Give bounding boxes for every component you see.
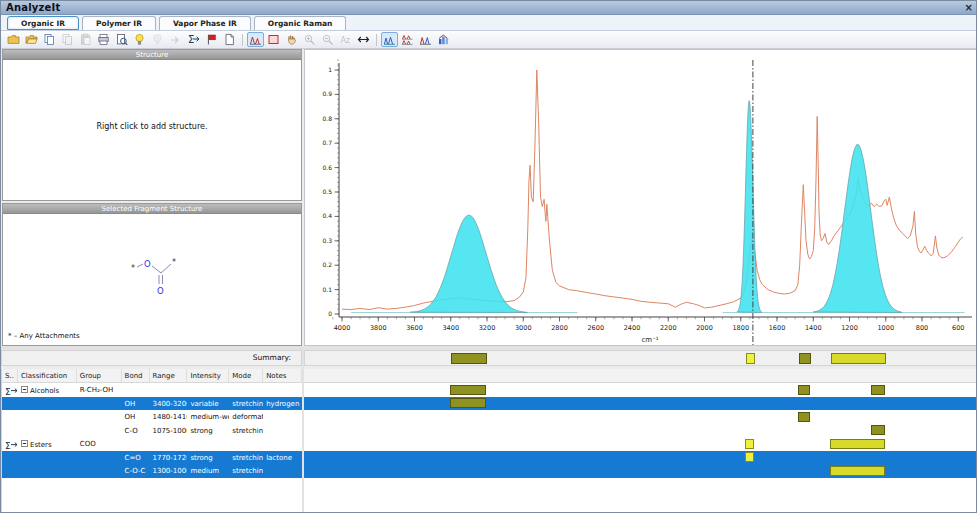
peak-picking-icon[interactable] <box>247 32 264 47</box>
marker-lane[interactable] <box>304 397 977 411</box>
bond-row-c-o[interactable]: C-O1075-1000strongstretching <box>2 424 302 438</box>
bond-row-oh[interactable]: OH3400-3200variablestretchinghydrogen <box>2 397 302 411</box>
table-cell <box>229 437 263 451</box>
tab-organic-ir[interactable]: Organic IR <box>7 16 79 30</box>
svg-text:2600: 2600 <box>587 324 604 332</box>
split-spectra-icon[interactable] <box>417 32 434 47</box>
bond-row-c-o-c[interactable]: C-O-C1300-1000mediumstretching <box>2 464 302 478</box>
table-cell: OH <box>122 397 150 411</box>
sum-groups-icon[interactable]: Σ <box>185 32 202 47</box>
column-header-bond[interactable]: Bond <box>122 369 150 382</box>
classification-label: Alcohols <box>30 387 59 395</box>
svg-text:3000: 3000 <box>515 324 532 332</box>
x-axis-label: cm⁻¹ <box>642 336 659 344</box>
table-cell <box>150 437 188 451</box>
column-header-notes[interactable]: Notes <box>263 369 302 382</box>
collapse-icon[interactable] <box>21 441 30 449</box>
group-row-alcohols[interactable]: ΣAlcoholsR-CH₂-OH <box>2 383 302 397</box>
svg-text:O: O <box>157 286 164 296</box>
svg-text:1800: 1800 <box>732 324 749 332</box>
tab-vapor-phase-ir[interactable]: Vapor Phase IR <box>159 16 251 30</box>
table-cell: hydrogen <box>263 397 302 411</box>
marker-lane[interactable] <box>304 424 977 438</box>
spectrum-chart-pane: 00.10.20.30.40.50.60.70.80.9140003800360… <box>304 49 977 346</box>
table-cell: 1075-1000 <box>150 424 188 438</box>
svg-text:*: * <box>172 258 176 267</box>
table-cell: C-O <box>122 424 150 438</box>
table-cell <box>18 464 77 478</box>
marker-lane[interactable] <box>304 464 977 478</box>
overlay-spectra-icon[interactable] <box>381 32 398 47</box>
marker-lane[interactable] <box>304 437 977 451</box>
svg-text:1400: 1400 <box>805 324 822 332</box>
window-title: AnalyzeIt <box>6 2 60 13</box>
table-cell: C-O-C <box>122 464 150 478</box>
region-select-icon[interactable] <box>265 32 282 47</box>
summary-label: Summary: <box>253 353 291 362</box>
pan-hand-icon[interactable] <box>283 32 300 47</box>
range-marker <box>745 439 754 449</box>
range-marker <box>450 398 486 408</box>
table-cell <box>263 383 302 397</box>
range-marker-panel <box>304 369 977 513</box>
column-header-range[interactable]: Range <box>150 369 188 382</box>
table-cell <box>263 464 302 478</box>
toolbar-separator <box>242 34 243 46</box>
table-cell <box>77 424 122 438</box>
table-cell: OH <box>122 410 150 424</box>
svg-text:0.4: 0.4 <box>322 212 332 219</box>
svg-text:0: 0 <box>328 310 332 317</box>
copy-page-icon <box>59 32 76 47</box>
column-header-s[interactable]: S.. <box>2 369 18 382</box>
range-marker <box>871 385 885 395</box>
spectrum-chart[interactable]: 00.10.20.30.40.50.60.70.80.9140003800360… <box>305 50 977 345</box>
svg-text:2200: 2200 <box>660 324 677 332</box>
svg-text:Az: Az <box>340 36 350 45</box>
table-cell <box>263 437 302 451</box>
hint-bulb-icon[interactable] <box>131 32 148 47</box>
svg-text:2000: 2000 <box>696 324 713 332</box>
close-icon[interactable]: × <box>965 3 973 13</box>
structure-panel[interactable]: Structure Right click to add structure. <box>2 49 302 201</box>
open-folder-icon[interactable] <box>5 32 22 47</box>
stacked-spectra-icon[interactable] <box>399 32 416 47</box>
table-cell <box>2 424 18 438</box>
svg-text:2800: 2800 <box>551 324 568 332</box>
print-preview-icon[interactable] <box>113 32 130 47</box>
collapse-icon[interactable] <box>21 387 30 395</box>
table-cell <box>77 397 122 411</box>
table-cell: 1480-1410 <box>150 410 188 424</box>
full-range-icon[interactable] <box>355 32 372 47</box>
column-header-mode[interactable]: Mode <box>229 369 263 382</box>
bond-row-oh[interactable]: OH1480-1410medium-weakdeformation <box>2 410 302 424</box>
table-cell <box>150 383 188 397</box>
marker-lane[interactable] <box>304 383 977 397</box>
report-page-icon[interactable] <box>221 32 238 47</box>
column-header-intensity[interactable]: Intensity <box>187 369 229 382</box>
table-cell <box>18 424 77 438</box>
tab-organic-raman[interactable]: Organic Raman <box>254 16 347 30</box>
table-cell: stretching <box>229 397 263 411</box>
flag-icon[interactable] <box>203 32 220 47</box>
analyze-icon[interactable] <box>435 32 452 47</box>
tab-polymer-ir[interactable]: Polymer IR <box>82 16 156 30</box>
svg-text:0.8: 0.8 <box>322 115 332 122</box>
bond-row-c-o[interactable]: C=O1770-1720strongstretchinglactone <box>2 451 302 465</box>
marker-lane[interactable] <box>304 410 977 424</box>
group-row-esters[interactable]: ΣEstersCOO <box>2 437 302 451</box>
open-report-icon[interactable] <box>23 32 40 47</box>
table-cell <box>2 397 18 411</box>
table-cell <box>2 464 18 478</box>
copy-icon[interactable] <box>41 32 58 47</box>
svg-text:0.2: 0.2 <box>322 261 332 268</box>
summary-label-cell: Summary: <box>1 350 302 366</box>
svg-text:1: 1 <box>328 66 332 73</box>
print-icon[interactable] <box>95 32 112 47</box>
table-cell: stretching <box>229 424 263 438</box>
table-cell <box>187 383 229 397</box>
column-header-group[interactable]: Group <box>77 369 122 382</box>
classification-label: Esters <box>30 441 52 449</box>
marker-lane[interactable] <box>304 451 977 465</box>
column-header-classification[interactable]: Classification <box>18 369 77 382</box>
zoom-in-icon <box>301 32 318 47</box>
